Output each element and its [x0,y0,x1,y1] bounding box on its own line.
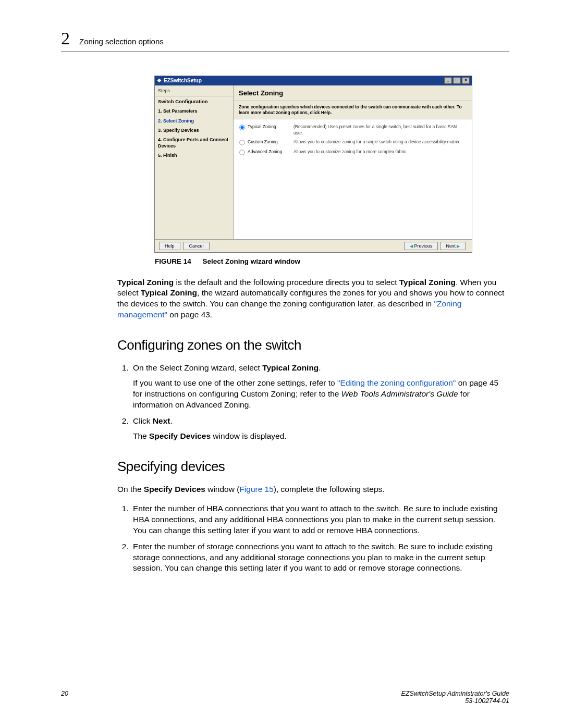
figure-label: FIGURE 14 [155,257,191,265]
editing-zoning-link[interactable]: "Editing the zoning configuration" [337,378,456,387]
specify-devices-intro: On the Specify Devices window (Figure 15… [117,484,509,495]
doc-id: 53-1002744-01 [465,697,509,705]
heading-specifying-devices: Specifying devices [117,458,509,476]
wizard-footer: Help Cancel ◀Previous Next▶ [155,239,472,253]
doc-title: EZSwitchSetup Administrator's Guide [401,690,509,697]
figure-screenshot: ❖EZSwitchSetup _ □ X Steps Switch Config… [154,76,472,253]
sidebar-step-5[interactable]: 5. Finish [158,152,230,158]
figure-title: Select Zoning wizard window [203,257,301,265]
radio-typical[interactable] [239,125,244,130]
sidebar-steps-label: Steps [158,88,230,94]
heading-configuring-zones: Configuring zones on the switch [117,336,509,354]
list-item: Enter the number of HBA connections that… [131,503,509,536]
sidebar-step-1[interactable]: 1. Set Parameters [158,108,230,114]
sidebar-step-4[interactable]: 4. Configure Ports and Connect Devices [158,137,230,149]
list-item: Enter the number of storage connections … [131,541,509,574]
sidebar-step-2[interactable]: 2. Select Zoning [158,118,230,124]
help-button[interactable]: Help [159,242,180,250]
zoning-option-advanced[interactable]: Advanced Zoning Allows you to customize … [234,147,472,157]
wizard-description: Zone configuration specifies which devic… [234,101,472,119]
window-titlebar: ❖EZSwitchSetup _ □ X [155,76,472,85]
cancel-button[interactable]: Cancel [183,242,210,250]
zoning-option-typical[interactable]: Typical Zoning (Recommended) Uses preset… [234,122,472,138]
window-close-icon[interactable]: X [462,77,470,84]
wizard-main: Select Zoning Zone configuration specifi… [234,85,472,239]
option-desc: Allows you to customize zoning for a mor… [293,149,467,155]
figure-caption: FIGURE 14 Select Zoning wizard window [155,257,472,266]
option-name: Typical Zoning [248,124,293,130]
typical-zoning-paragraph: Typical Zoning is the default and the fo… [117,277,509,321]
radio-advanced[interactable] [239,150,244,155]
option-name: Advanced Zoning [248,149,293,155]
window-maximize-icon[interactable]: □ [453,77,461,84]
option-desc: Allows you to customize zoning for a sin… [293,139,467,145]
previous-button[interactable]: ◀Previous [404,242,438,251]
option-desc: (Recommended) Uses preset zones for a si… [293,124,467,136]
option-name: Custom Zoning [248,139,293,145]
page-footer: 20 EZSwitchSetup Administrator's Guide 5… [61,690,509,705]
next-button[interactable]: Next▶ [440,242,466,251]
list-item: On the Select Zoning wizard, select Typi… [131,363,509,411]
page-header: 2 Zoning selection options [61,29,509,52]
sidebar-step-3[interactable]: 3. Specify Devices [158,127,230,133]
section-title: Zoning selection options [79,37,164,46]
figure-15-link[interactable]: Figure 15 [239,485,273,493]
window-minimize-icon[interactable]: _ [444,77,452,84]
configuring-steps-list: On the Select Zoning wizard, select Typi… [117,363,509,442]
page-number: 20 [61,690,68,705]
chapter-number: 2 [61,29,70,48]
specify-steps-list: Enter the number of HBA connections that… [117,503,509,574]
sidebar-heading: Switch Configuration [158,98,230,105]
wizard-heading: Select Zoning [234,85,472,102]
radio-custom[interactable] [239,140,244,145]
wizard-sidebar: Steps Switch Configuration 1. Set Parame… [155,85,234,239]
window-title: ❖EZSwitchSetup [157,77,202,84]
zoning-option-custom[interactable]: Custom Zoning Allows you to customize zo… [234,138,472,147]
list-item: Click Next. The Specify Devices window i… [131,416,509,442]
